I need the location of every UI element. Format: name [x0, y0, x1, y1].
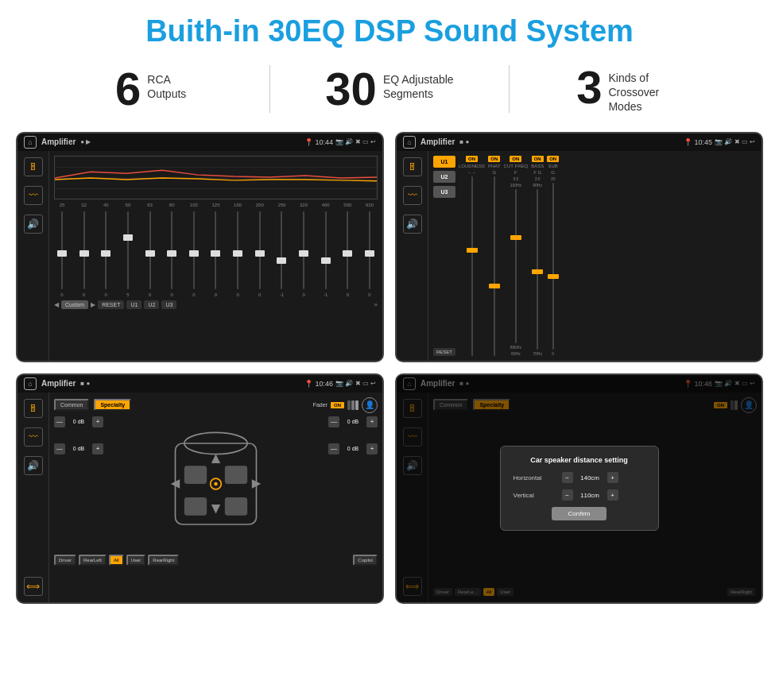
fader-db-val-1: 0 dB	[68, 419, 90, 424]
fader-minus-1[interactable]: —	[54, 416, 65, 427]
eq-btn-custom[interactable]: Custom	[61, 300, 88, 309]
distance-screen: Amplifier ■ ● 📍 10:46 📷 🔊 ✖ ▭ ↩ 🎚 〰 🔊 ⟺ …	[395, 373, 763, 604]
fader-btn-copilot[interactable]: Copilot	[353, 555, 378, 566]
preset-u2[interactable]: U2	[433, 171, 455, 183]
eq-slider-1[interactable]: 0	[56, 210, 68, 297]
eq-btn-u2[interactable]: U2	[144, 300, 159, 309]
preset-u3[interactable]: U3	[433, 186, 455, 198]
stat-eq: 30 EQ AdjustableSegments	[286, 66, 492, 112]
cutfreq-on-badge[interactable]: ON	[510, 156, 521, 162]
fader-btn-user[interactable]: User	[126, 555, 146, 566]
eq-slider-11[interactable]: -1	[275, 210, 288, 297]
eq-slider-2[interactable]: 0	[78, 210, 91, 297]
eq-btn-u3[interactable]: U3	[161, 300, 176, 309]
svg-point-11	[214, 481, 218, 485]
dialog-horizontal-plus[interactable]: +	[607, 472, 618, 483]
eq-status-icons: 📍 10:44 📷 🔊 ✖ ▭ ↩	[304, 138, 376, 146]
crossover-left-panel: 🎚 〰 🔊	[397, 151, 428, 361]
eq-slider-15[interactable]: 0	[363, 210, 376, 297]
freq-40: 40	[99, 203, 112, 207]
eq-slider-12[interactable]: 0	[297, 210, 310, 297]
eq-sliders[interactable]: 0 0 0 5 0	[54, 210, 378, 297]
dialog-row-vertical: Vertical − 110cm +	[514, 489, 645, 501]
eq-slider-6[interactable]: 0	[165, 210, 178, 297]
fader-btn-driver[interactable]: Driver	[54, 555, 76, 566]
preset-u1[interactable]: U1	[433, 156, 455, 168]
fader-tab-specialty[interactable]: Specialty	[94, 399, 131, 411]
stat-divider-1	[269, 65, 270, 113]
fader-plus-1[interactable]: +	[92, 416, 103, 427]
fader-icons: 📷 🔊 ✖ ▭ ↩	[335, 380, 376, 387]
eq-btn-reset[interactable]: RESET	[98, 300, 124, 309]
fader-tab-common[interactable]: Common	[54, 399, 89, 411]
fader-main-area: Common Specialty Fader ON 👤	[49, 393, 382, 602]
svg-rect-8	[184, 497, 207, 516]
fader-btn-rearright[interactable]: RearRight	[148, 555, 179, 566]
eq-slider-5[interactable]: 0	[144, 210, 157, 297]
eq-slider-8[interactable]: 0	[209, 210, 222, 297]
page-title: Buith-in 30EQ DSP Sound System	[0, 0, 779, 56]
fader-icon-2[interactable]: 〰	[24, 427, 43, 447]
stats-row: 6 RCAOutputs 30 EQ AdjustableSegments 3 …	[0, 56, 779, 126]
fader-on-badge[interactable]: ON	[331, 402, 344, 408]
fader-minus-4[interactable]: —	[328, 443, 339, 454]
crossover-home-icon[interactable]	[403, 136, 416, 149]
svg-rect-7	[225, 466, 247, 484]
eq-slider-7[interactable]: 0	[188, 210, 200, 297]
dialog-title: Car speaker distance setting	[514, 456, 645, 464]
eq-prev-arrow[interactable]: ◀	[54, 301, 59, 308]
crossover-main: U1 U2 U3 RESET ON LOUDNESS ~ ~	[433, 156, 757, 356]
fader-person-icon[interactable]: 👤	[362, 397, 378, 413]
fader-db-row-4: — 0 dB +	[328, 443, 378, 454]
fader-minus-3[interactable]: —	[328, 416, 339, 427]
eq-slider-4[interactable]: 5	[122, 210, 134, 297]
freq-32: 32	[78, 203, 91, 207]
bass-on-badge[interactable]: ON	[532, 156, 544, 162]
fader-icon-3[interactable]: 🔊	[24, 456, 43, 475]
crossover-icon-1[interactable]: 🎚	[403, 157, 422, 176]
eq-slider-13[interactable]: -1	[320, 210, 332, 297]
eq-expand-icon[interactable]: »	[374, 301, 378, 308]
loudness-on-badge[interactable]: ON	[466, 156, 478, 162]
cutfreq-label: CUT FREQ	[504, 164, 529, 168]
eq-slider-14[interactable]: 0	[341, 210, 354, 297]
stat-crossover: 3 Kinds ofCrossover Modes	[525, 64, 731, 114]
crossover-reset-btn[interactable]: RESET	[433, 348, 455, 356]
fader-db-row-1: — 0 dB +	[54, 416, 114, 427]
fader-plus-3[interactable]: +	[366, 416, 378, 427]
crossover-controls: ON LOUDNESS ~ ~ ON	[459, 156, 757, 356]
crossover-icon-2[interactable]: 〰	[403, 186, 422, 205]
fader-home-icon[interactable]	[24, 377, 37, 390]
fader-icon-1[interactable]: 🎚	[24, 399, 43, 418]
freq-100: 100	[188, 203, 200, 207]
eq-slider-9[interactable]: 0	[231, 210, 244, 297]
dialog-horizontal-minus[interactable]: −	[562, 472, 573, 483]
eq-icon-2[interactable]: 〰	[24, 186, 43, 205]
dialog-vertical-plus[interactable]: +	[607, 489, 618, 501]
fader-header-row: Common Specialty Fader ON 👤	[54, 397, 378, 413]
fader-btn-all[interactable]: All	[109, 555, 124, 566]
eq-screen-title: Amplifier	[41, 137, 76, 146]
eq-icon-3[interactable]: 🔊	[24, 215, 43, 234]
phat-on-badge[interactable]: ON	[488, 156, 500, 162]
fader-status-icons: 📍 10:46 📷 🔊 ✖ ▭ ↩	[304, 380, 376, 388]
sub-on-badge[interactable]: ON	[547, 156, 559, 162]
fader-minus-2[interactable]: —	[54, 443, 65, 454]
fader-icon-4[interactable]: ⟺	[24, 577, 43, 596]
freq-200: 200	[254, 203, 266, 207]
freq-63: 63	[144, 203, 157, 207]
eq-slider-10[interactable]: 0	[254, 210, 266, 297]
eq-btn-u1[interactable]: U1	[126, 300, 141, 309]
crossover-screen-title: Amplifier	[421, 137, 455, 146]
eq-next-arrow[interactable]: ▶	[91, 301, 95, 308]
fader-plus-4[interactable]: +	[366, 443, 378, 454]
fader-right-db: — 0 dB + — 0 dB +	[318, 416, 378, 551]
eq-slider-3[interactable]: 0	[99, 210, 112, 297]
eq-icon-1[interactable]: 🎚	[24, 157, 43, 176]
dialog-vertical-minus[interactable]: −	[562, 489, 573, 501]
home-icon[interactable]	[24, 136, 37, 149]
confirm-button[interactable]: Confirm	[552, 507, 606, 520]
fader-btn-rearleft[interactable]: RearLeft	[79, 555, 107, 566]
fader-plus-2[interactable]: +	[92, 443, 103, 454]
crossover-icon-3[interactable]: 🔊	[403, 215, 422, 234]
